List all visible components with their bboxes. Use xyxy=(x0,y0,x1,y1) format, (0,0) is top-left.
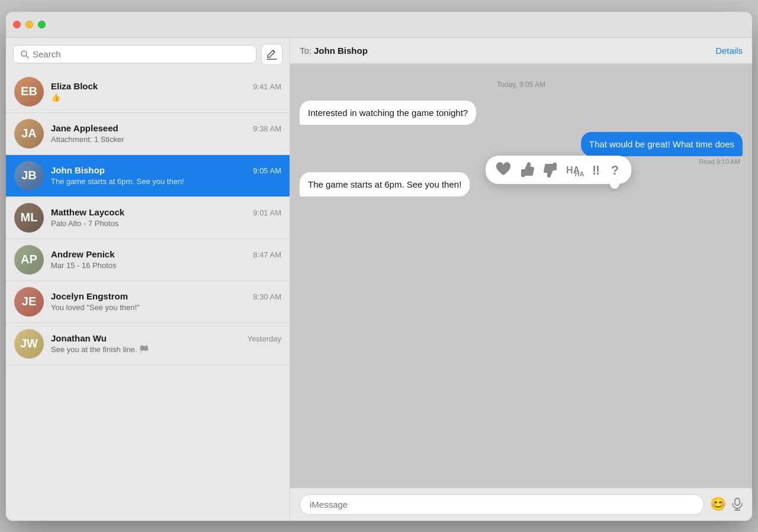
conv-preview-andrew: Mar 15 - 16 Photos xyxy=(51,261,281,270)
conv-time-jonathan: Yesterday xyxy=(248,334,281,343)
svg-text:?: ? xyxy=(611,163,619,178)
conv-item-jane[interactable]: JA Jane Appleseed 9:38 AM Attachment: 1 … xyxy=(6,113,290,155)
conv-preview-jane: Attachment: 1 Sticker xyxy=(51,135,281,144)
search-bar-container xyxy=(13,45,256,63)
tapback-thumbs-down-icon[interactable] xyxy=(542,162,559,178)
conv-item-andrew[interactable]: AP Andrew Penick 8:47 AM Mar 15 - 16 Pho… xyxy=(6,239,290,281)
tapback-haha-icon[interactable]: HAHA xyxy=(566,163,585,177)
avatar-jonathan: JW xyxy=(14,329,44,359)
conv-info-jonathan: Jonathan Wu Yesterday See you at the fin… xyxy=(51,333,281,354)
conversation-list: EB Eliza Block 9:41 AM 👍 JA Jane Applese… xyxy=(6,71,290,521)
titlebar xyxy=(6,12,752,38)
conv-info-jocelyn: Jocelyn Engstrom 8:30 AM You loved "See … xyxy=(51,291,281,312)
msg-meta-msg2: Read 9:10 AM xyxy=(696,158,743,165)
conv-time-eliza: 9:41 AM xyxy=(253,82,281,91)
messages-window: EB Eliza Block 9:41 AM 👍 JA Jane Applese… xyxy=(6,12,752,521)
microphone-button[interactable] xyxy=(732,498,743,511)
sidebar-search-area xyxy=(6,38,290,71)
conv-name-jane: Jane Appleseed xyxy=(51,123,118,133)
sidebar: EB Eliza Block 9:41 AM 👍 JA Jane Applese… xyxy=(6,12,290,521)
avatar-matthew: ML xyxy=(14,203,44,233)
emoji-button[interactable]: 😊 xyxy=(710,496,726,512)
microphone-icon xyxy=(732,498,743,511)
conv-info-andrew: Andrew Penick 8:47 AM Mar 15 - 16 Photos xyxy=(51,249,281,270)
search-icon xyxy=(21,50,29,59)
recipient-name: John Bishop xyxy=(314,46,368,56)
conv-time-jane: 9:38 AM xyxy=(253,124,281,133)
avatar-jane: JA xyxy=(14,119,44,149)
svg-text:‼: ‼ xyxy=(592,163,600,178)
tapback-question-icon[interactable]: ? xyxy=(611,162,622,178)
search-input[interactable] xyxy=(33,49,249,59)
conv-info-john: John Bishop 9:05 AM The game starts at 6… xyxy=(51,165,281,186)
close-button[interactable] xyxy=(13,21,21,28)
details-button[interactable]: Details xyxy=(715,46,743,56)
avatar-john: JB xyxy=(14,161,44,191)
conv-info-eliza: Eliza Block 9:41 AM 👍 xyxy=(51,81,281,102)
maximize-button[interactable] xyxy=(38,21,46,28)
svg-text:HA: HA xyxy=(574,170,584,177)
minimize-button[interactable] xyxy=(25,21,33,28)
tapback-exclamation-icon[interactable]: ‼ xyxy=(592,162,604,178)
message-input-area: 😊 xyxy=(290,488,752,521)
conv-time-john: 9:05 AM xyxy=(253,166,281,175)
svg-line-1 xyxy=(26,56,28,58)
conv-name-andrew: Andrew Penick xyxy=(51,249,115,259)
bubble-msg3[interactable]: The game starts at 6pm. See you then! xyxy=(300,172,470,196)
tapback-heart-icon[interactable] xyxy=(495,162,512,178)
compose-button[interactable] xyxy=(261,44,282,65)
conv-item-john[interactable]: JB John Bishop 9:05 AM The game starts a… xyxy=(6,155,290,197)
compose-icon xyxy=(266,49,277,60)
tapback-thumbs-up-icon[interactable] xyxy=(519,162,535,178)
bubble-msg1[interactable]: Interested in watching the game tonight? xyxy=(300,101,476,125)
conv-name-matthew: Matthew Laycock xyxy=(51,207,124,217)
conv-name-jonathan: Jonathan Wu xyxy=(51,333,107,343)
avatar-eliza: EB xyxy=(14,77,44,107)
conv-item-jocelyn[interactable]: JE Jocelyn Engstrom 8:30 AM You loved "S… xyxy=(6,281,290,323)
avatar-jocelyn: JE xyxy=(14,287,44,317)
conv-preview-jonathan: See you at the finish line. 🏁 xyxy=(51,345,281,354)
chat-header: To: John Bishop Details xyxy=(290,38,752,64)
tapback-popup: HAHA‼? xyxy=(486,156,631,184)
traffic-lights xyxy=(13,21,46,28)
conv-preview-matthew: Palo Alto - 7 Photos xyxy=(51,219,281,228)
to-label: To: xyxy=(300,46,311,56)
bubble-msg2[interactable]: That would be great! What time does xyxy=(581,132,743,156)
conv-time-jocelyn: 8:30 AM xyxy=(253,292,281,301)
msg-row-msg1: Interested in watching the game tonight? xyxy=(300,101,743,125)
avatar-andrew: AP xyxy=(14,245,44,275)
conv-info-matthew: Matthew Laycock 9:01 AM Palo Alto - 7 Ph… xyxy=(51,207,281,228)
conv-time-matthew: 9:01 AM xyxy=(253,208,281,217)
conv-item-eliza[interactable]: EB Eliza Block 9:41 AM 👍 xyxy=(6,71,290,113)
messages-container: Today, 9:05 AM Interested in watching th… xyxy=(290,64,752,488)
conv-info-jane: Jane Appleseed 9:38 AM Attachment: 1 Sti… xyxy=(51,123,281,144)
conv-time-andrew: 8:47 AM xyxy=(253,250,281,259)
chat-header-to: To: John Bishop xyxy=(300,46,368,56)
conv-preview-john: The game starts at 6pm. See you then! xyxy=(51,177,281,186)
conv-name-eliza: Eliza Block xyxy=(51,81,98,91)
svg-rect-6 xyxy=(735,498,740,505)
conv-name-john: John Bishop xyxy=(51,165,105,175)
chat-area: To: John Bishop Details Today, 9:05 AM I… xyxy=(290,12,752,521)
conv-item-matthew[interactable]: ML Matthew Laycock 9:01 AM Palo Alto - 7… xyxy=(6,197,290,239)
date-divider: Today, 9:05 AM xyxy=(300,80,743,89)
conv-name-jocelyn: Jocelyn Engstrom xyxy=(51,291,128,301)
message-input[interactable] xyxy=(300,494,704,515)
conv-preview-eliza: 👍 xyxy=(51,93,281,102)
conv-preview-jocelyn: You loved "See you then!" xyxy=(51,303,281,312)
conv-item-jonathan[interactable]: JW Jonathan Wu Yesterday See you at the … xyxy=(6,323,290,365)
